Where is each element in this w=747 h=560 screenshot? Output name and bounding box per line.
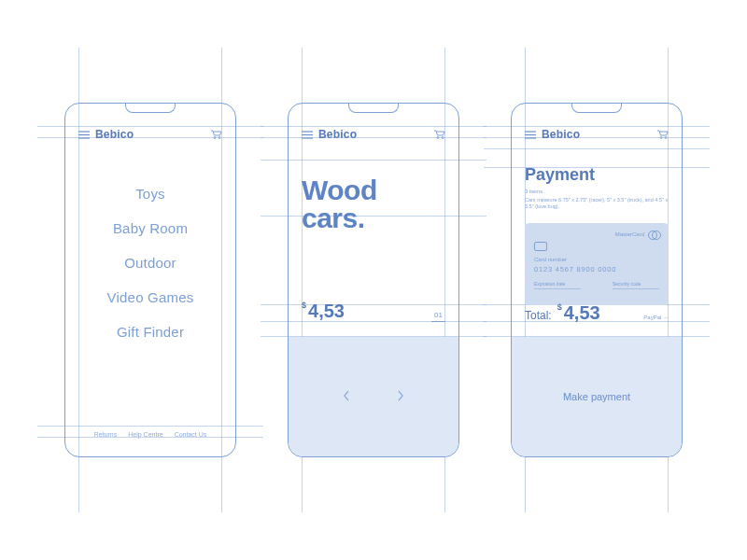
hamburger-icon[interactable]: [525, 126, 536, 143]
headline-line-1: Wood: [302, 176, 445, 204]
brand-logo[interactable]: Bebico: [95, 128, 134, 141]
card-expiration-input[interactable]: Expiration date: [534, 281, 581, 289]
total-amount: $4,53: [557, 302, 600, 324]
menu-item-gift-finder[interactable]: Gift Finder: [117, 324, 184, 340]
app-header: Bebico: [302, 126, 445, 143]
product-headline: Wood cars.: [302, 176, 445, 232]
card-number-label: Card number: [534, 257, 567, 262]
mastercard-icon: [648, 231, 659, 238]
price-value: 4,53: [308, 301, 345, 321]
card-cvv-input[interactable]: Security code: [613, 281, 659, 289]
svg-point-8: [437, 137, 439, 139]
svg-point-4: [218, 137, 220, 139]
app-header: Bebico: [525, 126, 669, 143]
phone-frame-product: Bebico Wood cars. $4,53 01: [288, 103, 459, 457]
card-brand-label: MasterCard: [615, 231, 644, 237]
phone-frame-payment: Bebico Payment 3 items Cars measure 6.75…: [511, 103, 683, 457]
payment-cta-area: Make payment: [512, 337, 682, 456]
menu-item-baby-room[interactable]: Baby Room: [113, 220, 188, 236]
make-payment-button[interactable]: Make payment: [563, 391, 630, 402]
footer-link-returns[interactable]: Returns: [94, 431, 118, 438]
total-value: 4,53: [564, 302, 600, 323]
footer-link-contact[interactable]: Contact Us: [175, 431, 207, 438]
page-title: Payment: [525, 165, 669, 185]
footer-link-help[interactable]: Help Centre: [128, 431, 162, 438]
total-label: Total:: [525, 309, 552, 322]
phone-frame-menu: Bebico Toys Baby Room Outdoor Video Game…: [64, 103, 236, 457]
currency-symbol: $: [557, 302, 562, 312]
menu-item-video-games[interactable]: Video Games: [107, 289, 194, 305]
items-count: 3 items: [525, 189, 669, 194]
paypal-link[interactable]: PayPal →: [643, 315, 669, 320]
svg-point-9: [442, 137, 444, 139]
svg-point-13: [660, 137, 662, 139]
currency-symbol: $: [302, 301, 306, 310]
card-chip-icon: [534, 242, 547, 251]
menu-item-outdoor[interactable]: Outdoor: [124, 255, 176, 271]
cart-icon[interactable]: [657, 126, 669, 143]
page-indicator: 01: [431, 311, 445, 322]
category-menu: Toys Baby Room Outdoor Video Games Gift …: [78, 186, 222, 340]
next-button[interactable]: [397, 390, 404, 404]
card-number-input[interactable]: 0123 4567 8900 0000: [534, 265, 616, 273]
hamburger-icon[interactable]: [78, 126, 90, 143]
items-description: Cars measure 6.75" x 2.75" (racer), 5" x…: [525, 197, 669, 210]
headline-line-2: cars.: [302, 204, 445, 232]
cart-icon[interactable]: [434, 126, 445, 143]
app-header: Bebico: [78, 126, 222, 143]
credit-card[interactable]: MasterCard Card number 0123 4567 8900 00…: [525, 223, 669, 305]
brand-logo[interactable]: Bebico: [318, 128, 357, 141]
menu-item-toys[interactable]: Toys: [135, 186, 165, 202]
carousel-controls: [289, 337, 458, 456]
prev-button[interactable]: [343, 390, 350, 404]
svg-point-3: [214, 137, 216, 139]
footer-links: Returns Help Centre Contact Us: [65, 431, 235, 438]
cart-icon[interactable]: [211, 126, 222, 143]
svg-point-14: [665, 137, 667, 139]
product-price: $4,53: [302, 301, 345, 322]
hamburger-icon[interactable]: [302, 126, 313, 143]
brand-logo[interactable]: Bebico: [542, 128, 580, 141]
